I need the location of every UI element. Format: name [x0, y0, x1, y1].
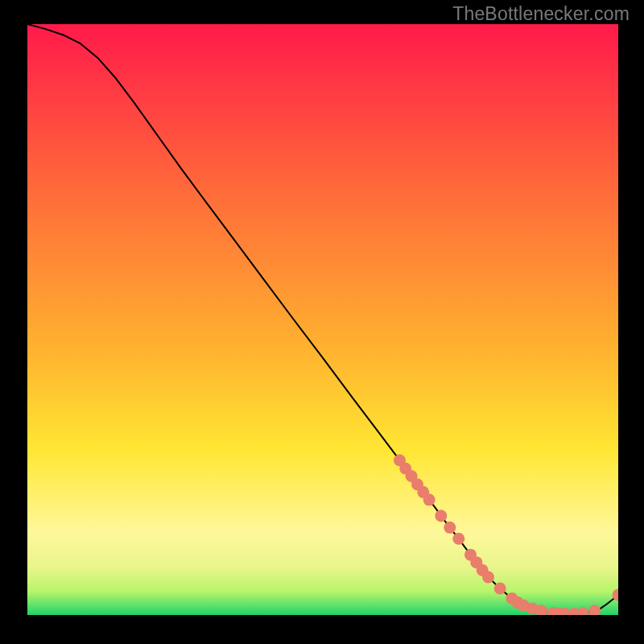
data-point: [452, 533, 464, 545]
data-point: [423, 493, 436, 506]
data-point: [444, 522, 456, 534]
data-point: [482, 572, 494, 584]
data-point: [494, 582, 506, 594]
gradient-background: [27, 24, 618, 615]
data-point: [435, 510, 447, 522]
chart-frame: { "watermark": "TheBottlenecker.com", "c…: [0, 0, 644, 644]
chart-svg: [27, 24, 618, 615]
chart-plot-area: [27, 24, 618, 615]
watermark-label: TheBottlenecker.com: [452, 3, 630, 25]
